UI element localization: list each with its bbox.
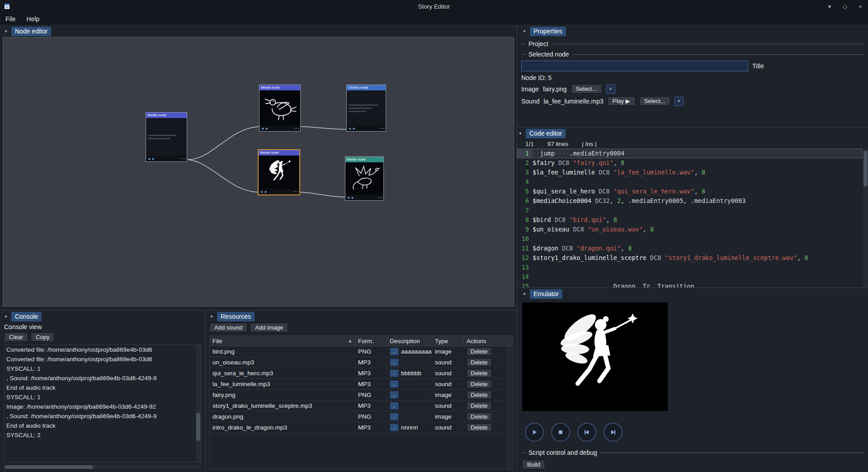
- clear-button[interactable]: Clear: [4, 332, 28, 342]
- edit-description-button[interactable]: ..: [390, 402, 399, 410]
- code-line[interactable]: 7: [517, 206, 862, 215]
- add-image-button[interactable]: Add image: [250, 323, 288, 332]
- code-line[interactable]: 14: [517, 272, 862, 282]
- panel-title-code-editor[interactable]: Code editor: [526, 129, 566, 138]
- console-vscrollbar-thumb[interactable]: [196, 413, 200, 441]
- collapse-icon[interactable]: ▼: [3, 313, 9, 320]
- code-line[interactable]: 4: [517, 177, 862, 187]
- stop-button[interactable]: [551, 423, 570, 442]
- node-port-in-icon[interactable]: [260, 190, 263, 194]
- delete-button[interactable]: Delete: [467, 412, 492, 421]
- code-line[interactable]: 10: [517, 234, 862, 244]
- clear-image-button[interactable]: ✕: [606, 85, 615, 94]
- table-row[interactable]: intro_drako_le_dragon.mp3 MP3 .. nnnnn s…: [210, 422, 513, 433]
- build-button[interactable]: Build: [522, 460, 545, 469]
- close-button[interactable]: ×: [853, 0, 868, 13]
- code-line[interactable]: 11$dragon DC8 "dragon.qoi", 8: [517, 244, 862, 253]
- code-vscrollbar[interactable]: [863, 149, 868, 288]
- add-sound-button[interactable]: Add sound: [209, 323, 247, 332]
- node-port-out-icon[interactable]: [264, 190, 268, 194]
- column-header-description[interactable]: Description: [387, 336, 432, 346]
- collapse-icon[interactable]: ▼: [521, 28, 528, 34]
- panel-title-properties[interactable]: Properties: [530, 27, 566, 36]
- table-row[interactable]: bird.png PNG .. aaaaaaaaa image Delete: [210, 346, 513, 357]
- console-log[interactable]: Converted file: /home/anthony/ostproj/ba…: [4, 345, 201, 463]
- code-line[interactable]: 15 Dragon Tr Transition: [517, 282, 862, 288]
- code-line[interactable]: 8$bird DC8 "bird.qoi", 8: [517, 215, 862, 225]
- node-menu-icon[interactable]: [380, 128, 384, 129]
- node-fairy[interactable]: Media node: [258, 149, 300, 195]
- panel-title-emulator[interactable]: Emulator: [530, 289, 562, 299]
- table-row[interactable]: un_oiseau.mp3 MP3 .. sound Delete: [210, 357, 513, 368]
- console-vscrollbar[interactable]: [196, 345, 201, 462]
- collapse-icon[interactable]: ▼: [521, 291, 528, 297]
- collapse-icon[interactable]: ▼: [208, 313, 215, 320]
- node-port-out-icon[interactable]: [351, 196, 354, 199]
- table-row[interactable]: qui_sera_le_hero.mp3 MP3 .. bbbbbb sound…: [210, 368, 513, 379]
- node-menu-icon[interactable]: [294, 128, 299, 129]
- copy-button[interactable]: Copy: [31, 332, 54, 342]
- node-menu-icon[interactable]: [181, 158, 185, 159]
- panel-title-console[interactable]: Console: [11, 312, 42, 321]
- delete-button[interactable]: Delete: [467, 423, 492, 432]
- code-line[interactable]: 13: [517, 263, 862, 272]
- node-entry[interactable]: Media node: [146, 112, 187, 162]
- delete-button[interactable]: Delete: [467, 369, 492, 378]
- delete-button[interactable]: Delete: [467, 380, 492, 388]
- delete-button[interactable]: Delete: [467, 391, 492, 399]
- collapse-icon[interactable]: ▼: [517, 130, 524, 137]
- node-port-in-icon[interactable]: [347, 196, 350, 199]
- column-header-type[interactable]: Type: [432, 336, 464, 346]
- code-line[interactable]: 9$un_oiseau DC8 "un_oiseau.wav", 8: [517, 225, 862, 234]
- edit-description-button[interactable]: ..: [390, 380, 399, 388]
- column-header-format[interactable]: Form.: [355, 336, 387, 346]
- play-button[interactable]: [525, 423, 544, 442]
- panel-title-resources[interactable]: Resources: [217, 312, 255, 321]
- node-port-in-icon[interactable]: [348, 127, 351, 130]
- play-sound-button[interactable]: Play ▶: [608, 96, 635, 106]
- table-row[interactable]: fairy.png PNG .. image Delete: [210, 390, 513, 401]
- code-vscrollbar-thumb[interactable]: [863, 151, 868, 187]
- select-image-button[interactable]: Select...: [571, 84, 602, 94]
- panel-title-node-editor[interactable]: Node editor: [11, 27, 51, 36]
- node-port-out-icon[interactable]: [265, 127, 269, 130]
- maximize-button[interactable]: ◇: [837, 0, 853, 13]
- code-line[interactable]: 1··jump····.mediaEntry0004: [517, 149, 862, 158]
- node-menu-icon[interactable]: [377, 197, 382, 198]
- title-input[interactable]: [521, 61, 748, 71]
- select-sound-button[interactable]: Select...: [639, 96, 670, 106]
- code-editor[interactable]: 1··jump····.mediaEntry00042$fairy DC8 "f…: [517, 149, 868, 288]
- edit-description-button[interactable]: ..: [390, 348, 399, 355]
- console-hscrollbar[interactable]: [4, 465, 201, 469]
- node-port-in-icon[interactable]: [261, 127, 264, 130]
- delete-button[interactable]: Delete: [467, 347, 492, 356]
- clear-sound-button[interactable]: ✕: [675, 97, 684, 106]
- step-forward-button[interactable]: [604, 423, 623, 442]
- edit-description-button[interactable]: ..: [390, 359, 399, 366]
- column-header-file[interactable]: File ▲: [210, 336, 355, 346]
- node-port-out-icon[interactable]: [353, 127, 356, 130]
- step-back-button[interactable]: [577, 423, 596, 442]
- edit-description-button[interactable]: ..: [390, 369, 399, 377]
- code-line[interactable]: 6$mediaChoice0004 DC32, 2, .mediaEntry00…: [517, 196, 862, 206]
- table-row[interactable]: la_fee_luminelle.mp3 MP3 .. sound Delete: [210, 379, 513, 390]
- column-header-actions[interactable]: Actions: [464, 336, 495, 346]
- node-port-out-icon[interactable]: [152, 157, 155, 160]
- edit-description-button[interactable]: ..: [390, 391, 399, 399]
- node-canvas[interactable]: Media node Media node: [3, 37, 514, 307]
- code-line[interactable]: 2$fairy DC8 "fairy.qoi", 8: [517, 158, 862, 168]
- code-line[interactable]: 3$la_fee_luminelle DC8 "la_fee_luminelle…: [517, 168, 862, 177]
- table-vscrollbar[interactable]: [506, 346, 513, 469]
- delete-button[interactable]: Delete: [467, 401, 492, 410]
- collapse-icon[interactable]: ▼: [3, 28, 9, 34]
- console-hscrollbar-thumb[interactable]: [5, 465, 93, 469]
- node-dragon[interactable]: Media node: [345, 156, 384, 201]
- node-bird[interactable]: Media node: [259, 85, 301, 132]
- table-row[interactable]: dragon.png PNG .. image Delete: [210, 411, 513, 422]
- edit-description-button[interactable]: ..: [390, 424, 399, 431]
- minimize-button[interactable]: ▾: [822, 0, 837, 13]
- edit-description-button[interactable]: ..: [390, 413, 399, 420]
- menu-item-file[interactable]: File: [0, 14, 21, 24]
- node-choice[interactable]: Choice node: [346, 85, 386, 132]
- code-line[interactable]: 12$story1_drako_luminelle_sceptre DC8 "s…: [517, 253, 862, 263]
